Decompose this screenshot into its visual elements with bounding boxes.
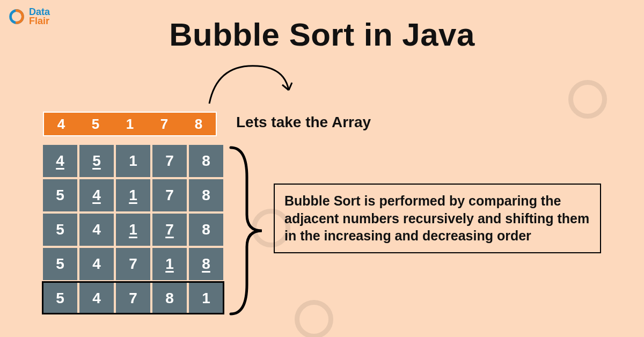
watermark-icon bbox=[247, 204, 295, 231]
svg-point-1 bbox=[254, 211, 288, 245]
step-cell: 5 bbox=[79, 145, 114, 177]
array-cell: 7 bbox=[147, 113, 181, 135]
svg-point-2 bbox=[297, 303, 331, 336]
page-title: Bubble Sort in Java bbox=[0, 16, 644, 53]
watermark-icon bbox=[564, 75, 612, 102]
step-cell: 8 bbox=[189, 145, 223, 177]
step-cell: 4 bbox=[79, 282, 114, 314]
svg-point-0 bbox=[571, 83, 605, 116]
step-cell: 7 bbox=[152, 179, 187, 211]
step-cell: 1 bbox=[189, 282, 223, 314]
array-cell: 4 bbox=[44, 113, 78, 135]
step-cell: 7 bbox=[152, 145, 187, 177]
step-cell: 7 bbox=[116, 282, 150, 314]
array-cell: 1 bbox=[113, 113, 147, 135]
step-cell: 8 bbox=[189, 179, 223, 211]
step-cell: 7 bbox=[116, 248, 150, 280]
arrow-icon bbox=[204, 58, 301, 112]
step-cell: 7 bbox=[152, 214, 187, 246]
step-cell: 4 bbox=[79, 214, 114, 246]
array-cell: 8 bbox=[181, 113, 216, 135]
step-cell: 4 bbox=[79, 248, 114, 280]
array-label: Lets take the Array bbox=[236, 114, 371, 131]
step-cell: 8 bbox=[189, 214, 223, 246]
step-cell: 4 bbox=[43, 145, 77, 177]
step-cell: 1 bbox=[116, 179, 150, 211]
step-cell: 1 bbox=[116, 145, 150, 177]
step-cell: 5 bbox=[43, 179, 77, 211]
step-cell: 4 bbox=[79, 179, 114, 211]
step-cell: 5 bbox=[43, 214, 77, 246]
step-cell: 1 bbox=[116, 214, 150, 246]
step-cell: 8 bbox=[152, 282, 187, 314]
array-cell: 5 bbox=[78, 113, 113, 135]
step-cell: 1 bbox=[152, 248, 187, 280]
watermark-icon bbox=[290, 295, 338, 322]
sort-steps-grid: 4517854178541785471854781 bbox=[43, 145, 223, 314]
description-box: Bubble Sort is performed by comparing th… bbox=[274, 184, 601, 253]
step-cell: 5 bbox=[43, 282, 77, 314]
initial-array-row: 4 5 1 7 8 bbox=[43, 112, 217, 136]
step-cell: 8 bbox=[189, 248, 223, 280]
step-cell: 5 bbox=[43, 248, 77, 280]
